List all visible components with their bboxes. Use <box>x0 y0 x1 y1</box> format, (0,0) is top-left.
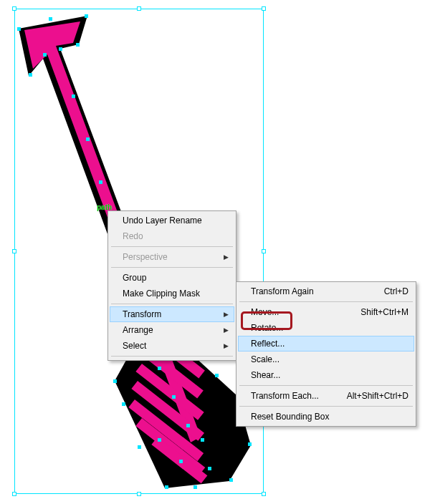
bbox-handle-e[interactable] <box>262 249 266 253</box>
bbox-handle-w[interactable] <box>12 249 16 253</box>
menu-separator <box>111 356 233 357</box>
menu-item-shortcut: Shift+Ctrl+M <box>360 307 408 317</box>
menu-item-label: Reflect... <box>251 339 285 349</box>
menu-item-reset-bounding-box[interactable]: Reset Bounding Box <box>238 409 414 425</box>
menu-item-perspective: Perspective▶ <box>110 249 234 265</box>
menu-item-move[interactable]: Move...Shift+Ctrl+M <box>238 304 414 320</box>
submenu-arrow-icon: ▶ <box>224 311 229 318</box>
menu-item-label: Transform <box>123 309 161 319</box>
menu-item-label: Redo <box>123 231 143 241</box>
menu-separator <box>239 406 413 407</box>
menu-item-label: Shear... <box>251 370 280 380</box>
menu-item-label: Make Clipping Mask <box>123 289 200 299</box>
menu-item-label: Scale... <box>251 354 280 364</box>
menu-item-scale[interactable]: Scale... <box>238 352 414 367</box>
submenu-arrow-icon: ▶ <box>224 253 229 261</box>
bbox-handle-n[interactable] <box>137 6 141 11</box>
menu-item-transform-again[interactable]: Transform AgainCtrl+D <box>238 284 414 299</box>
bbox-handle-ne[interactable] <box>262 6 266 11</box>
menu-item-reflect[interactable]: Reflect... <box>238 336 414 352</box>
menu-item-arrange[interactable]: Arrange▶ <box>110 322 234 338</box>
menu-item-label: Select <box>123 341 146 351</box>
menu-item-label: Group <box>123 273 146 283</box>
canvas-area[interactable]: path Undo Layer RenameRedoPerspective▶Gr… <box>0 0 430 504</box>
menu-separator <box>111 304 233 304</box>
bbox-handle-s[interactable] <box>137 492 141 496</box>
menu-item-redo: Redo <box>110 228 234 244</box>
menu-item-label: Transform Again <box>251 286 314 296</box>
menu-item-rotate[interactable]: Rotate... <box>238 320 414 336</box>
menu-item-transform-each[interactable]: Transform Each...Alt+Shift+Ctrl+D <box>238 388 414 404</box>
menu-separator <box>111 267 233 268</box>
menu-item-label: Reset Bounding Box <box>251 412 329 422</box>
submenu-arrow-icon: ▶ <box>224 342 229 349</box>
menu-item-label: Perspective <box>123 252 168 262</box>
menu-item-label: Arrange <box>123 325 153 335</box>
menu-item-transform[interactable]: Transform▶ <box>110 306 234 322</box>
bbox-handle-sw[interactable] <box>12 492 16 496</box>
menu-item-group[interactable]: Group <box>110 270 234 286</box>
menu-separator <box>111 246 233 247</box>
menu-separator <box>239 301 413 302</box>
transform-submenu[interactable]: Transform AgainCtrl+DMove...Shift+Ctrl+M… <box>236 281 416 427</box>
context-menu[interactable]: Undo Layer RenameRedoPerspective▶GroupMa… <box>108 210 236 361</box>
menu-item-label: Move... <box>251 307 279 317</box>
bbox-handle-se[interactable] <box>262 492 266 496</box>
menu-item-make-clipping-mask[interactable]: Make Clipping Mask <box>110 286 234 301</box>
bbox-handle-nw[interactable] <box>12 6 16 11</box>
menu-item-shear[interactable]: Shear... <box>238 367 414 383</box>
menu-item-select[interactable]: Select▶ <box>110 338 234 354</box>
menu-item-label: Undo Layer Rename <box>123 215 202 226</box>
menu-item-shortcut: Ctrl+D <box>384 286 408 296</box>
menu-item-label: Transform Each... <box>251 391 319 401</box>
menu-item-shortcut: Alt+Shift+Ctrl+D <box>347 391 408 401</box>
submenu-arrow-icon: ▶ <box>224 326 229 334</box>
menu-item-undo-layer-rename[interactable]: Undo Layer Rename <box>110 213 234 228</box>
menu-item-label: Rotate... <box>251 323 283 333</box>
menu-separator <box>239 385 413 386</box>
